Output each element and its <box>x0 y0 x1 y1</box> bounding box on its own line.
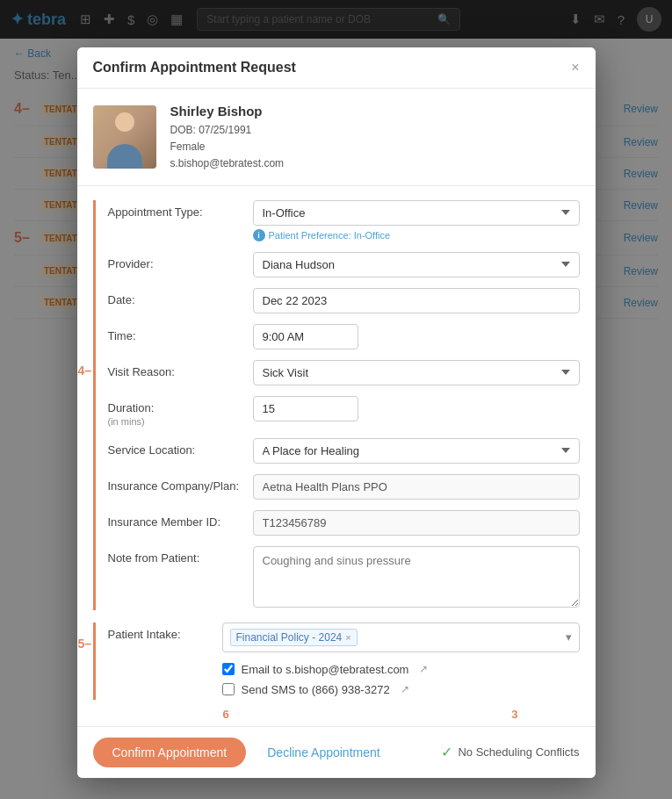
duration-control <box>253 396 580 421</box>
insurance-company-control <box>253 474 580 500</box>
visit-reason-row: Visit Reason: Sick Visit <box>108 360 580 385</box>
date-control <box>253 288 580 313</box>
intake-tag-text: Financial Policy - 2024 <box>236 631 343 644</box>
confirm-appointment-modal: Confirm Appointment Request × Shirley Bi… <box>77 47 596 778</box>
provider-row: Provider: Diana Hudson <box>108 252 580 277</box>
duration-label-text: Duration: <box>108 401 155 414</box>
patient-avatar-image <box>93 105 156 169</box>
email-checkbox[interactable] <box>222 663 235 675</box>
time-label: Time: <box>108 324 244 342</box>
insurance-company-label: Insurance Company/Plan: <box>108 474 244 493</box>
visit-reason-label: Visit Reason: <box>108 360 244 378</box>
no-conflicts-text: No Scheduling Conflicts <box>458 745 579 759</box>
sms-checkbox-row: Send SMS to (866) 938-3272 ↗ <box>222 680 580 700</box>
appointment-type-row: Appointment Type: In-Office i Patient Pr… <box>108 200 580 241</box>
appointment-type-label: Appointment Type: <box>108 200 244 219</box>
service-location-control: A Place for Healing <box>253 438 580 464</box>
modal-title: Confirm Appointment Request <box>93 60 296 76</box>
patient-avatar <box>93 105 156 169</box>
time-input[interactable] <box>253 324 358 349</box>
intake-tag-container[interactable]: Financial Policy - 2024 × ▾ <box>222 623 580 652</box>
modal-body: 4– Appointment Type: In-Office i Patient… <box>77 186 596 726</box>
patient-email: s.bishop@tebratest.com <box>170 155 285 172</box>
insurance-member-input[interactable] <box>253 510 580 536</box>
duration-input[interactable] <box>253 396 358 421</box>
note-textarea[interactable] <box>253 546 580 608</box>
duration-label: Duration: (in mins) <box>108 396 244 428</box>
provider-control: Diana Hudson <box>253 252 580 277</box>
tag-close-button[interactable]: × <box>345 632 350 643</box>
intake-checkboxes: Email to s.bishop@tebratest.com ↗ Send S… <box>108 659 580 700</box>
intake-tag: Financial Policy - 2024 × <box>230 629 358 646</box>
patient-name: Shirley Bishop <box>170 101 285 122</box>
preference-text: Patient Preference: In-Office <box>269 230 391 241</box>
time-row: Time: <box>108 324 580 349</box>
insurance-member-label: Insurance Member ID: <box>108 510 244 529</box>
close-button[interactable]: × <box>571 61 579 75</box>
intake-label: Patient Intake: <box>108 623 213 641</box>
modal-footer: 6 3 Confirm Appointment Decline Appointm… <box>77 726 596 778</box>
insurance-company-row: Insurance Company/Plan: <box>108 474 580 500</box>
intake-control: Financial Policy - 2024 × ▾ <box>222 623 580 652</box>
info-icon: i <box>253 229 265 241</box>
patient-dob: DOB: 07/25/1991 <box>170 122 285 139</box>
provider-label: Provider: <box>108 252 244 270</box>
insurance-member-control <box>253 510 580 536</box>
check-icon: ✓ <box>441 744 452 760</box>
insurance-company-input[interactable] <box>253 474 580 500</box>
visit-reason-select[interactable]: Sick Visit <box>253 360 580 385</box>
email-checkbox-label[interactable]: Email to s.bishop@tebratest.com <box>242 663 409 676</box>
appointment-type-control: In-Office i Patient Preference: In-Offic… <box>253 200 580 241</box>
visit-reason-control: Sick Visit <box>253 360 580 385</box>
email-external-icon: ↗ <box>419 663 428 675</box>
preference-hint: i Patient Preference: In-Office <box>253 229 580 241</box>
step-6-number: 6 <box>223 708 229 721</box>
time-control <box>253 324 580 349</box>
duration-row: Duration: (in mins) <box>108 396 580 428</box>
sms-checkbox-label[interactable]: Send SMS to (866) 938-3272 <box>242 683 390 696</box>
insurance-member-row: Insurance Member ID: <box>108 510 580 536</box>
date-label: Date: <box>108 288 244 306</box>
note-label: Note from Patient: <box>108 546 244 565</box>
service-location-label: Service Location: <box>108 438 244 457</box>
step-3-number: 3 <box>511 708 517 721</box>
decline-appointment-button[interactable]: Decline Appointment <box>253 738 394 767</box>
patient-info-bar: Shirley Bishop DOB: 07/25/1991 Female s.… <box>77 89 596 186</box>
email-checkbox-row: Email to s.bishop@tebratest.com ↗ <box>222 659 580 680</box>
service-location-select[interactable]: A Place for Healing <box>253 438 580 464</box>
sms-external-icon: ↗ <box>401 683 409 695</box>
appointment-type-select[interactable]: In-Office <box>253 200 580 226</box>
step-4-number: 4– <box>78 364 92 378</box>
confirm-appointment-button[interactable]: Confirm Appointment <box>93 738 247 767</box>
note-control <box>253 546 580 610</box>
date-input[interactable] <box>253 288 580 313</box>
patient-details: Shirley Bishop DOB: 07/25/1991 Female s.… <box>170 101 285 173</box>
note-row: Note from Patient: <box>108 546 580 610</box>
provider-select[interactable]: Diana Hudson <box>253 252 580 277</box>
tag-dropdown-arrow[interactable]: ▾ <box>566 630 572 644</box>
modal-header: Confirm Appointment Request × <box>77 47 596 89</box>
patient-gender: Female <box>170 139 285 155</box>
service-location-row: Service Location: A Place for Healing <box>108 438 580 464</box>
no-conflicts-indicator: ✓ No Scheduling Conflicts <box>441 744 579 760</box>
step-5-number: 5– <box>78 637 92 651</box>
date-row: Date: <box>108 288 580 313</box>
duration-sub-text: (in mins) <box>108 416 145 427</box>
sms-checkbox[interactable] <box>222 683 235 695</box>
intake-row: Patient Intake: Financial Policy - 2024 … <box>108 623 580 652</box>
intake-section: 5– Patient Intake: Financial Policy - 20… <box>93 623 580 700</box>
modal-overlay: Confirm Appointment Request × Shirley Bi… <box>0 0 672 799</box>
form-section: 4– Appointment Type: In-Office i Patient… <box>93 200 580 610</box>
